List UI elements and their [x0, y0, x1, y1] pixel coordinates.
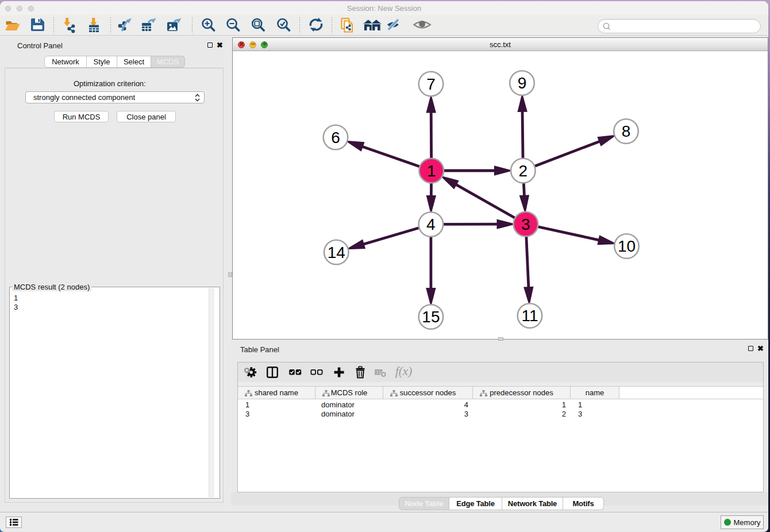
svg-text:8: 8 — [622, 122, 631, 140]
svg-text:14: 14 — [328, 244, 345, 261]
svg-text:11: 11 — [521, 307, 538, 325]
svg-text:6: 6 — [331, 129, 340, 147]
svg-text:9: 9 — [518, 74, 527, 92]
svg-text:15: 15 — [422, 308, 440, 326]
svg-text:3: 3 — [521, 215, 530, 233]
svg-text:1: 1 — [427, 162, 436, 180]
svg-text:2: 2 — [519, 162, 528, 180]
svg-text:4: 4 — [426, 215, 436, 233]
svg-text:7: 7 — [426, 75, 436, 93]
svg-text:10: 10 — [618, 237, 636, 255]
